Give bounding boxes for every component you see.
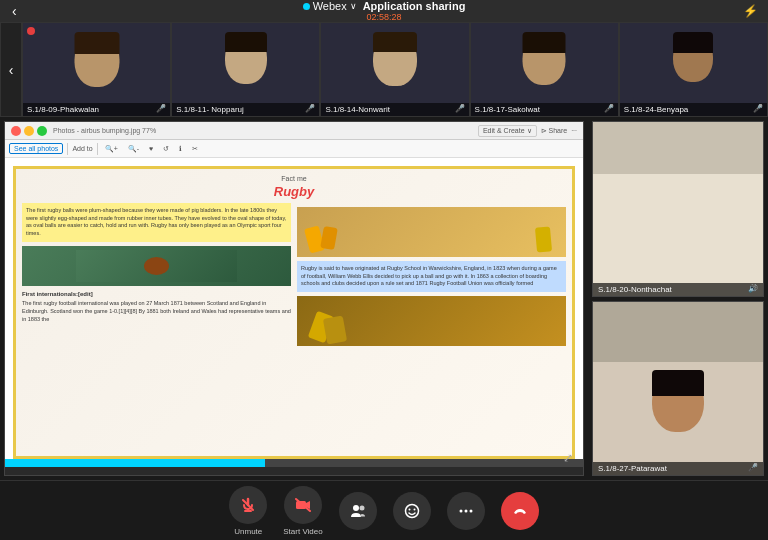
side-participant-mic-2: 🎤 (748, 463, 758, 472)
rugby-content-grid: The first rugby balls were plum-shaped b… (22, 203, 566, 346)
participant-name-1: S.1/8-09-Phakwalan (23, 103, 170, 116)
participant-thumb-1[interactable]: S.1/8-09-Phakwalan 🎤 (22, 22, 171, 117)
progress-bar-area[interactable] (5, 459, 583, 467)
reactions-button[interactable] (393, 492, 431, 530)
unmute-label: Unmute (234, 527, 262, 536)
participant-name-2: S.1/8-11- Nopparuj (172, 103, 319, 116)
minimize-button[interactable] (24, 126, 34, 136)
expand-icon[interactable]: ⤢ (563, 451, 573, 465)
participant-mic-2: 🎤 (305, 104, 315, 113)
webex-label: Webex (313, 0, 347, 12)
participant-strip: ‹ S.1/8-09-Phakwalan 🎤 S.1/8-11- Nopparu… (0, 22, 768, 117)
timer: 02:58:28 (366, 12, 401, 22)
window-breadcrumb: Photos - airbus bumping.jpg 77% (53, 127, 472, 134)
side-participant-name-1: S.1/8-20-Nonthachat (593, 283, 763, 296)
doc-content: Fact me Rugby The first rugby balls were… (5, 158, 583, 467)
reactions-icon (393, 492, 431, 530)
zoom-in-btn[interactable]: 🔍+ (102, 144, 121, 154)
participant-thumb-4[interactable]: S.1/8-17-Sakolwat 🎤 (470, 22, 619, 117)
fact-me-label: Fact me (22, 175, 566, 182)
top-bar: ‹ Webex ∨ Application sharing 02:58:28 ⚡ (0, 0, 768, 22)
participant-mic-3: 🎤 (455, 104, 465, 113)
side-participant-1[interactable]: S.1/8-20-Nonthachat 🔊 (592, 121, 764, 297)
rugby-left-col: The first rugby balls were plum-shaped b… (22, 203, 291, 346)
rugby-title: Rugby (22, 184, 566, 199)
participant-thumb-5[interactable]: S.1/8-24-Benyapa 🎤 (619, 22, 768, 117)
window-controls (11, 126, 47, 136)
rugby-image-1 (22, 246, 291, 286)
rugby-image-3 (297, 296, 566, 346)
end-call-icon (501, 492, 539, 530)
participant-name-4: S.1/8-17-Sakolwat (471, 103, 618, 116)
rugby-para2: Rugby is said to have originated at Rugb… (297, 261, 566, 292)
end-call-button[interactable] (501, 492, 539, 530)
zoom-out-btn[interactable]: 🔍- (125, 144, 142, 154)
rugby-image-2 (297, 207, 566, 257)
webex-logo[interactable]: Webex ∨ (303, 0, 357, 12)
rotate-btn[interactable]: ↺ (160, 144, 172, 154)
video-icon (284, 486, 322, 524)
back-button[interactable]: ‹ (12, 3, 17, 19)
participants-icon (339, 492, 377, 530)
shared-screen: Photos - airbus bumping.jpg 77% Edit & C… (4, 121, 584, 476)
participant-thumb-2[interactable]: S.1/8-11- Nopparuj 🎤 (171, 22, 320, 117)
toolbar-separator (67, 143, 68, 155)
more-btn[interactable]: ··· (571, 127, 577, 134)
progress-fill (5, 459, 265, 467)
svg-point-9 (405, 504, 418, 517)
edit-create-btn[interactable]: Edit & Create ∨ (478, 125, 537, 137)
rugby-para1: The first rugby balls were plum-shaped b… (22, 203, 291, 242)
webex-dot (303, 3, 310, 10)
rugby-section-intl: First internationals:[edit] The first ru… (22, 290, 291, 323)
participants-button[interactable] (339, 492, 377, 530)
rugby-right-col: Rugby is said to have originated at Rugb… (297, 203, 566, 346)
maximize-button[interactable] (37, 126, 47, 136)
crop-btn[interactable]: ✂ (189, 144, 201, 154)
svg-point-12 (459, 509, 462, 512)
svg-point-13 (464, 509, 467, 512)
window-actions: Edit & Create ∨ ⊳ Share ··· (478, 125, 577, 137)
svg-point-7 (353, 505, 359, 511)
participant-name-5: S.1/8-24-Benyapa (620, 103, 767, 116)
webex-chevron: ∨ (350, 1, 357, 11)
start-video-button[interactable]: Start Video (283, 486, 322, 536)
side-participant-mic-1: 🔊 (748, 284, 758, 293)
add-to-btn[interactable]: Add to (72, 145, 92, 152)
share-btn[interactable]: ⊳ Share (541, 127, 568, 135)
bluetooth-icon[interactable]: ⚡ (743, 4, 758, 18)
bottom-toolbar: Unmute Start Video (0, 480, 768, 540)
toolbar-separator-2 (97, 143, 98, 155)
participant-thumb-3[interactable]: S.1/8-14-Nonwarit 🎤 (320, 22, 469, 117)
participant-mic-5: 🎤 (753, 104, 763, 113)
right-sidebar: S.1/8-20-Nonthachat 🔊 S.1/8-27-Patarawat… (588, 117, 768, 480)
participant-name-3: S.1/8-14-Nonwarit (321, 103, 468, 116)
top-center: Webex ∨ Application sharing 02:58:28 (303, 0, 466, 22)
favorite-btn[interactable]: ♥ (146, 144, 156, 153)
close-button[interactable] (11, 126, 21, 136)
participant-mic-1: 🎤 (156, 104, 166, 113)
window-titlebar: Photos - airbus bumping.jpg 77% Edit & C… (5, 122, 583, 140)
unmute-icon (229, 486, 267, 524)
participant-nav-left[interactable]: ‹ (0, 22, 22, 117)
app-title: Application sharing (363, 0, 466, 12)
more-options-button[interactable] (447, 492, 485, 530)
rugby-document: Fact me Rugby The first rugby balls were… (13, 166, 575, 459)
svg-point-8 (359, 505, 364, 510)
screen-window: Photos - airbus bumping.jpg 77% Edit & C… (5, 122, 583, 467)
participant-mic-4: 🎤 (604, 104, 614, 113)
more-icon (447, 492, 485, 530)
see-all-btn[interactable]: See all photos (9, 143, 63, 154)
svg-point-10 (408, 508, 410, 510)
participant-status-dot (27, 27, 35, 35)
side-participant-name-2: S.1/8-27-Patarawat (593, 462, 763, 475)
side-participant-2[interactable]: S.1/8-27-Patarawat 🎤 (592, 301, 764, 477)
svg-point-11 (413, 508, 415, 510)
info-btn[interactable]: ℹ (176, 144, 185, 154)
photo-toolbar: See all photos Add to 🔍+ 🔍- ♥ ↺ ℹ ✂ (5, 140, 583, 158)
svg-point-14 (469, 509, 472, 512)
main-content: Photos - airbus bumping.jpg 77% Edit & C… (0, 117, 768, 480)
unmute-button[interactable]: Unmute (229, 486, 267, 536)
video-label: Start Video (283, 527, 322, 536)
